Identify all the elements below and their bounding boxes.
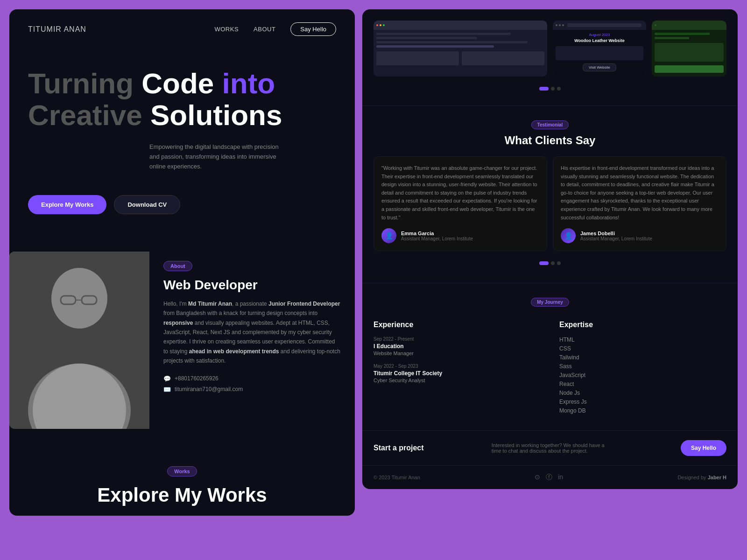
testimonials-section: Testimonial What Clients Say "Working wi… xyxy=(362,106,738,283)
left-panel: TITUMIR ANAN WORKS ABOUT Say Hello Turni… xyxy=(9,9,355,516)
nav-links: WORKS ABOUT Say Hello xyxy=(214,22,336,36)
author-name-1: James Dobelli xyxy=(580,231,652,236)
testimonials-header: Testimonial What Clients Say xyxy=(374,120,726,147)
dot-active[interactable] xyxy=(539,87,549,91)
test-dot-1[interactable] xyxy=(551,261,555,265)
portfolio-dots xyxy=(374,83,726,94)
nav-works[interactable]: WORKS xyxy=(214,26,239,33)
nav-about[interactable]: ABOUT xyxy=(254,26,275,33)
explore-works-button[interactable]: Explore My Works xyxy=(28,195,106,214)
works-title: Explore My Works xyxy=(28,484,336,506)
test-dot-active[interactable] xyxy=(539,261,549,265)
author-info-0: Emma Garcia Assistant Manager, Lorem Ins… xyxy=(401,231,473,241)
brand-name-bold: TITUMIR xyxy=(28,25,62,33)
img-placeholder xyxy=(376,51,459,65)
skill-1: CSS xyxy=(559,345,726,352)
hero-buttons: Explore My Works Download CV xyxy=(28,195,336,214)
skills-list: HTML CSS Tailwind Sass JavaScript React … xyxy=(559,336,726,414)
exp-item-0: Sep 2022 - Present I Education Website M… xyxy=(374,336,541,356)
about-title: Web Developer xyxy=(163,278,341,293)
works-section: Works Explore My Works xyxy=(9,448,355,516)
skill-0: HTML xyxy=(559,336,726,343)
exp-company-1: Titumir College IT Society xyxy=(374,370,541,377)
author-avatar-1: 👤 xyxy=(561,228,576,243)
hero-title-into: into xyxy=(222,67,275,99)
email-contact: ✉️ titumiranan710@gmail.com xyxy=(163,386,341,393)
github-icon[interactable]: ⊙ xyxy=(535,473,540,482)
visit-website-button[interactable]: Visit Website xyxy=(583,63,616,71)
mock-content-1 xyxy=(374,30,547,77)
featured-date: August 2023 xyxy=(556,33,643,37)
exp-date-1: May 2022 - Sep 2023 xyxy=(374,364,541,369)
dot-red xyxy=(376,24,378,26)
testimonials-title: What Clients Say xyxy=(374,134,726,147)
dot-2[interactable] xyxy=(557,87,561,91)
hero-title-creative: Creative xyxy=(28,99,150,131)
featured-header xyxy=(553,21,646,30)
navbar: TITUMIR ANAN WORKS ABOUT Say Hello xyxy=(9,9,355,49)
skill-5: React xyxy=(559,381,726,387)
skill-2: Tailwind xyxy=(559,354,726,361)
works-badge: Works xyxy=(167,466,197,476)
brand-name-light: ANAN xyxy=(62,25,86,33)
img-placeholder xyxy=(462,51,544,65)
card-3-header xyxy=(652,21,726,30)
cta-say-hello-button[interactable]: Say Hello xyxy=(681,440,726,456)
about-description: Hello, I'm Md Titumir Anan, a passionate… xyxy=(163,299,341,366)
testimonial-text-1: His expertise in front-end development t… xyxy=(561,164,719,222)
journey-grid: Experience Sep 2022 - Present I Educatio… xyxy=(374,321,726,416)
testimonial-author-1: 👤 James Dobelli Assistant Manager, Lorem… xyxy=(561,228,719,243)
expertise-title: Expertise xyxy=(559,321,726,329)
hero-section: Turning Code into Creative Solutions Emp… xyxy=(9,49,355,242)
author-name-0: Emma Garcia xyxy=(401,231,473,236)
hero-subtitle: Empowering the digital landscape with pr… xyxy=(149,142,289,171)
about-inner: About Web Developer Hello, I'm Md Titumi… xyxy=(9,252,355,429)
test-dot-2[interactable] xyxy=(557,261,561,265)
about-badge: About xyxy=(163,261,192,271)
profile-photo xyxy=(9,252,149,429)
nav-say-hello-button[interactable]: Say Hello xyxy=(290,22,336,36)
dot-green xyxy=(383,24,385,26)
linkedin-icon[interactable]: in xyxy=(558,473,563,482)
exp-role-0: Website Manager xyxy=(374,350,541,356)
featured-img xyxy=(556,46,643,60)
portfolio-card-3[interactable] xyxy=(652,21,726,77)
cta-section: Start a project Interested in working to… xyxy=(362,431,738,466)
mock-line xyxy=(376,45,494,48)
testimonial-card-0: "Working with Titumir was an absolute ga… xyxy=(374,156,547,251)
testimonial-card-1: His expertise in front-end development t… xyxy=(553,156,726,251)
portfolio-card-featured[interactable]: August 2023 Woodoo Leather Website Visit… xyxy=(553,21,646,77)
dot xyxy=(556,24,557,26)
mock-line xyxy=(376,41,528,43)
mock-header-1 xyxy=(374,21,547,30)
hero-title-code: Code xyxy=(141,67,222,99)
url-bar xyxy=(567,23,641,27)
skill-6: Node Js xyxy=(559,390,726,396)
facebook-icon[interactable]: ⓕ xyxy=(546,473,552,482)
mock-line xyxy=(655,33,710,35)
dot xyxy=(655,24,656,26)
dot-1[interactable] xyxy=(551,87,555,91)
exp-date-0: Sep 2022 - Present xyxy=(374,336,541,342)
email-icon: ✉️ xyxy=(163,386,171,393)
portfolio-section: August 2023 Woodoo Leather Website Visit… xyxy=(362,9,738,106)
about-section: About Web Developer Hello, I'm Md Titumi… xyxy=(9,252,355,448)
phone-icon: 💬 xyxy=(163,375,171,382)
featured-mock: August 2023 Woodoo Leather Website Visit… xyxy=(553,21,646,77)
download-cv-button[interactable]: Download CV xyxy=(114,195,180,214)
right-panel: August 2023 Woodoo Leather Website Visit… xyxy=(362,9,738,489)
author-role-0: Assistant Manager, Lorem Institute xyxy=(401,236,473,241)
skill-3: Sass xyxy=(559,363,726,370)
hero-title-solutions: Solutions xyxy=(150,99,282,131)
exp-item-1: May 2022 - Sep 2023 Titumir College IT S… xyxy=(374,364,541,383)
exp-role-1: Cyber Security Analyst xyxy=(374,378,541,383)
journey-header: My Journey xyxy=(374,297,726,311)
cta-description: Interested in working together? We shoul… xyxy=(492,442,613,454)
footer-credit: Designed by Jaber H xyxy=(677,475,726,480)
expertise-col: Expertise HTML CSS Tailwind Sass JavaScr… xyxy=(559,321,726,416)
mock-line xyxy=(655,37,689,39)
mock-line xyxy=(376,33,511,35)
footer-copyright: © 2023 Titumir Anan xyxy=(374,475,420,480)
portfolio-card-1[interactable] xyxy=(374,21,547,77)
card-1-mock xyxy=(374,21,547,77)
